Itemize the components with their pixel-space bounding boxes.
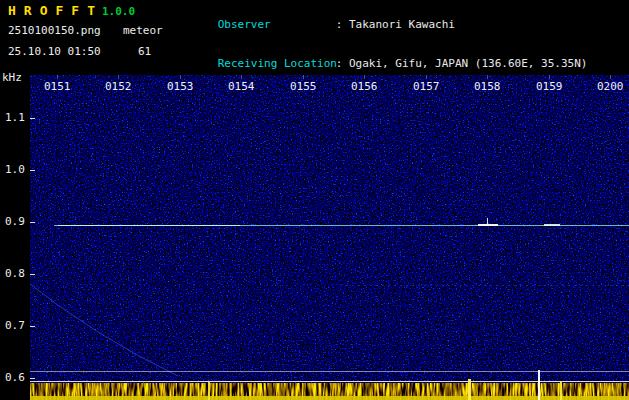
time-tick-label: 0153: [167, 81, 194, 93]
hrofft-output-window: HROFFT 1.0.0 2510100150.png meteor 25.10…: [0, 0, 629, 400]
freq-tick-label: 0.9: [5, 216, 25, 228]
timestamp-label: 25.10.10 01:50: [8, 46, 101, 58]
mode-label: meteor: [123, 25, 163, 37]
time-tick-label: 0200: [597, 81, 624, 93]
time-tick-label: 0157: [413, 81, 440, 93]
echo-count: 61: [138, 46, 151, 58]
time-tick-label: 0156: [351, 81, 378, 93]
freq-tick-label: 1.0: [5, 164, 25, 176]
info-value: : Takanori Kawachi: [336, 18, 455, 31]
time-tick-label: 0155: [290, 81, 317, 93]
time-tick-label: 0159: [536, 81, 563, 93]
info-label: Receiving Location: [218, 57, 336, 70]
info-label: Observer: [218, 18, 336, 31]
spectrogram-canvas: [30, 75, 629, 400]
output-filename: 2510100150.png: [8, 25, 101, 37]
info-row-observer: Observer: Takanori Kawachi: [178, 5, 587, 44]
time-tick-label: 0151: [44, 81, 71, 93]
time-tick-label: 0154: [228, 81, 255, 93]
time-tick-label: 0158: [474, 81, 501, 93]
freq-tick-label: 0.6: [5, 372, 25, 384]
app-version: 1.0.0: [102, 5, 135, 18]
strong-signal-spike: [538, 370, 540, 400]
blue-noise-field: [30, 75, 629, 385]
app-logo: HROFFT: [8, 3, 103, 18]
time-tick-label: 0152: [105, 81, 132, 93]
freq-tick-label: 0.7: [5, 320, 25, 332]
freq-unit-label: kHz: [2, 72, 22, 84]
freq-tick-label: 0.8: [5, 268, 25, 280]
freq-tick-label: 1.1: [5, 112, 25, 124]
info-value: : Ogaki, Gifu, JAPAN (136.60E, 35.35N): [336, 57, 588, 70]
